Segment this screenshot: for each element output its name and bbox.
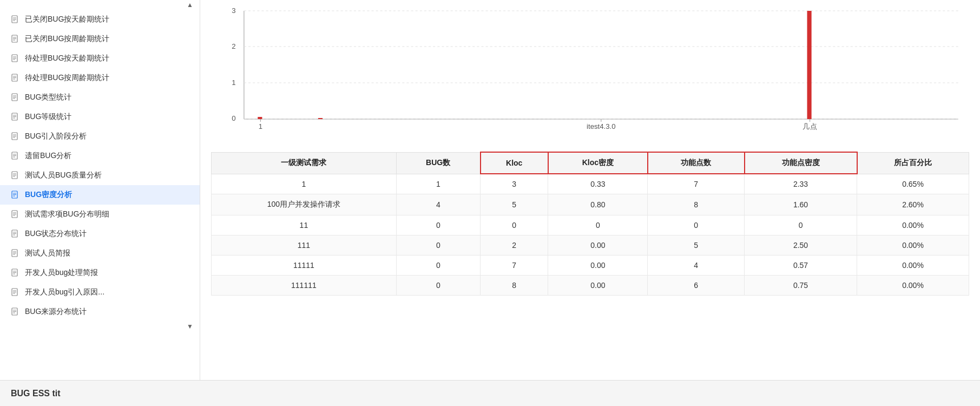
main-content: 0 1 2 3 1 itest4.3.0 几点 一级测试需求 BUG [200,0,980,406]
cell-func-density: 0.75 [745,276,857,296]
sidebar-item-label: 开发人员bug处理简报 [25,268,98,278]
doc-icon [11,190,21,200]
sidebar-item-bug-status-dist[interactable]: BUG状态分布统计 [0,224,200,244]
cell-kloc: 0 [481,215,548,235]
sidebar: ▲ 已关闭BUG按天龄期统计 已关闭BUG按周龄期统计 待处理BUG按天龄期统计… [0,0,200,406]
cell-func-density: 1.60 [745,194,857,215]
cell-percent: 0.00% [857,276,969,296]
bottom-bar: BUG ESS tit [0,380,980,406]
th-bugs: BUG数 [396,152,480,174]
doc-icon [11,287,21,297]
sidebar-item-label: 已关闭BUG按周龄期统计 [25,34,109,44]
cell-func-density: 2.50 [745,235,857,256]
sidebar-item-closed-bug-age[interactable]: 已关闭BUG按天龄期统计 [0,10,200,29]
doc-icon [11,248,21,258]
sidebar-item-label: BUG类型统计 [25,93,71,102]
scroll-up-container: ▲ [0,0,200,10]
th-req: 一级测试需求 [212,152,397,174]
svg-rect-80 [258,117,262,119]
sidebar-item-bug-type[interactable]: BUG类型统计 [0,88,200,107]
cell-bugs: 0 [396,235,480,256]
sidebar-items-container: 已关闭BUG按天龄期统计 已关闭BUG按周龄期统计 待处理BUG按天龄期统计 待… [0,10,200,322]
doc-icon [11,112,21,122]
scroll-up-button[interactable]: ▲ [185,0,195,10]
svg-text:0: 0 [232,114,235,122]
bug-density-table: 一级测试需求 BUG数 Kloc Kloc密度 功能点数 功能点密度 所占百分比… [211,152,969,296]
doc-icon [11,229,21,239]
cell-kloc-density: 0.80 [548,194,648,215]
cell-bugs: 0 [396,256,480,276]
doc-icon [11,15,21,24]
cell-func-pts: 6 [648,276,745,296]
sidebar-item-dev-bug-brief[interactable]: 开发人员bug处理简报 [0,263,200,283]
table-row: 111111080.0060.750.00% [212,276,969,296]
cell-func-density: 0.57 [745,256,857,276]
sidebar-item-bug-intro-stage[interactable]: BUG引入阶段分析 [0,127,200,146]
doc-icon [11,132,21,141]
svg-text:几点: 几点 [803,122,817,130]
table-row: 1130.3372.330.65% [212,174,969,194]
th-percent: 所占百分比 [857,152,969,174]
bug-density-chart: 0 1 2 3 1 itest4.3.0 几点 [211,5,969,135]
sidebar-item-test-req-bug-detail[interactable]: 测试需求项BUG分布明细 [0,205,200,224]
cell-func-pts: 8 [648,194,745,215]
sidebar-item-bug-density[interactable]: BUG密度分析 [0,185,200,205]
doc-icon [11,93,21,102]
sidebar-item-label: 开发人员bug引入原因... [25,287,104,297]
sidebar-item-dev-bug-intro[interactable]: 开发人员bug引入原因... [0,283,200,302]
table-row: 11000000.00% [212,215,969,235]
table-body: 1130.3372.330.65%100用户并发操作请求450.8081.602… [212,174,969,296]
th-func-pts: 功能点数 [648,152,745,174]
svg-rect-81 [318,118,323,119]
doc-icon [11,209,21,219]
sidebar-item-bug-level[interactable]: BUG等级统计 [0,107,200,127]
th-kloc: Kloc [481,152,548,174]
cell-kloc-density: 0.00 [548,256,648,276]
sidebar-item-bug-source-dist[interactable]: BUG来源分布统计 [0,302,200,322]
scroll-down-container: ▼ [0,322,200,331]
doc-icon [11,151,21,161]
svg-text:3: 3 [232,6,235,15]
cell-kloc-density: 0.00 [548,276,648,296]
svg-text:itest4.3.0: itest4.3.0 [587,122,615,130]
doc-icon [11,34,21,44]
svg-text:1: 1 [232,78,235,87]
cell-kloc-density: 0 [548,215,648,235]
sidebar-item-label: 测试人员BUG质量分析 [25,171,102,180]
sidebar-item-label: 测试需求项BUG分布明细 [25,209,109,219]
cell-bugs: 0 [396,215,480,235]
table-row: 111020.0052.500.00% [212,235,969,256]
table-header-row: 一级测试需求 BUG数 Kloc Kloc密度 功能点数 功能点密度 所占百分比 [212,152,969,174]
sidebar-item-label: 测试人员简报 [25,248,70,258]
doc-icon [11,54,21,63]
sidebar-item-label: BUG密度分析 [25,190,72,200]
cell-bugs: 4 [396,194,480,215]
svg-text:2: 2 [232,42,235,50]
sidebar-item-pending-bug-age[interactable]: 待处理BUG按天龄期统计 [0,49,200,68]
sidebar-item-tester-bug-quality[interactable]: 测试人员BUG质量分析 [0,166,200,185]
cell-func-density: 2.33 [745,174,857,194]
cell-percent: 2.60% [857,194,969,215]
sidebar-item-label: BUG来源分布统计 [25,307,87,317]
cell-percent: 0.00% [857,215,969,235]
cell-req: 111111 [212,276,397,296]
sidebar-item-residual-bug[interactable]: 遗留BUG分析 [0,146,200,166]
scroll-down-button[interactable]: ▼ [185,322,195,331]
svg-text:1: 1 [259,122,262,130]
cell-req: 100用户并发操作请求 [212,194,397,215]
cell-req: 11 [212,215,397,235]
cell-kloc: 5 [481,194,548,215]
sidebar-item-tester-brief[interactable]: 测试人员简报 [0,244,200,263]
cell-bugs: 0 [396,276,480,296]
cell-kloc: 8 [481,276,548,296]
cell-percent: 0.00% [857,235,969,256]
cell-percent: 0.65% [857,174,969,194]
doc-icon [11,268,21,278]
doc-icon [11,171,21,180]
sidebar-item-pending-bug-week[interactable]: 待处理BUG按周龄期统计 [0,68,200,88]
cell-func-density: 0 [745,215,857,235]
cell-kloc-density: 0.00 [548,235,648,256]
sidebar-item-closed-bug-week[interactable]: 已关闭BUG按周龄期统计 [0,29,200,49]
th-func-density: 功能点密度 [745,152,857,174]
cell-req: 11111 [212,256,397,276]
